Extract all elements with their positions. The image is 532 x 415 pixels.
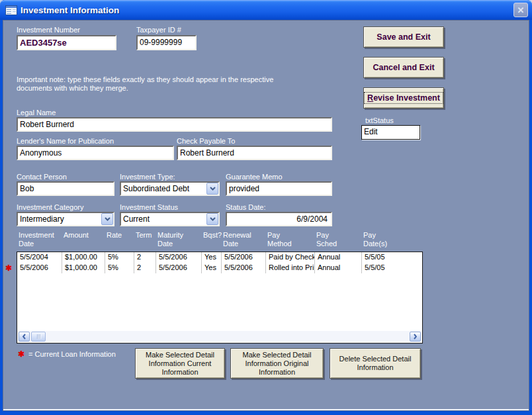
legend-asterisk-icon: ✱	[18, 349, 24, 359]
column-header: Term	[134, 231, 155, 240]
make-current-information-label: Make Selected Detail Information Current…	[136, 349, 224, 379]
legal-name-label: Legal Name	[17, 109, 56, 116]
cancel-and-exit-button[interactable]: Cancel and Exit	[363, 57, 444, 78]
delete-detail-information-button[interactable]: Delete Selected Detail Information	[330, 348, 421, 379]
investment-status-label: Investment Status	[120, 203, 178, 211]
column-header: Pay Date(s)	[361, 231, 421, 248]
scroll-left-button[interactable]	[19, 332, 30, 342]
revise-investment-button[interactable]: Revise Investment	[363, 87, 444, 109]
detail-table[interactable]: 5/5/2004$1,000.005%25/5/2006Yes5/5/2006P…	[17, 252, 423, 344]
table-row[interactable]: 5/5/2006$1,000.005%25/5/2006Yes5/5/2006R…	[17, 263, 422, 273]
table-cell: 5/5/05	[362, 263, 422, 273]
detail-table-horizontal-scrollbar[interactable]	[18, 331, 421, 342]
status-date-value: 6/9/2004	[227, 213, 331, 224]
check-payable-field[interactable]: Robert Burnerd	[177, 146, 332, 160]
investment-status-dropdown-button[interactable]	[206, 213, 218, 225]
chevron-left-icon	[22, 334, 26, 340]
make-original-information-label: Make Selected Detail Information Origina…	[231, 349, 323, 379]
legend: ✱ = Current Loan Information	[18, 349, 116, 359]
table-cell: Yes	[202, 252, 222, 263]
investment-category-dropdown-button[interactable]	[101, 213, 113, 225]
chevron-down-icon	[210, 217, 216, 221]
table-row[interactable]: 5/5/2004$1,000.005%25/5/2006Yes5/5/2006P…	[17, 252, 422, 263]
column-header: Renewal Date	[221, 231, 265, 248]
investment-category-combobox[interactable]: Intermediary	[17, 212, 114, 226]
table-cell: 5%	[105, 252, 134, 263]
table-cell: Yes	[202, 263, 222, 273]
table-cell: 5/5/2006	[156, 252, 202, 263]
investment-number-label: Investment Number	[17, 26, 80, 34]
table-cell: $1,000.00	[62, 252, 105, 263]
investment-status-value: Current	[121, 213, 206, 225]
column-header: Pay Method	[265, 231, 314, 248]
contact-person-value: Bob	[18, 183, 113, 193]
detail-table-header: Investment DateAmountRateTermMaturity Da…	[17, 231, 423, 251]
chevron-down-icon	[210, 187, 216, 191]
table-cell: Annual	[315, 252, 362, 263]
table-cell: 5%	[105, 263, 134, 273]
scroll-thumb[interactable]	[31, 332, 46, 342]
table-cell: Annual	[315, 263, 362, 273]
column-header: Bqst?	[201, 231, 221, 240]
table-cell: Rolled into Prin	[266, 263, 315, 273]
table-cell: 5/5/2006	[222, 263, 266, 273]
important-note-line1: Important note: type these fields exactl…	[17, 75, 273, 83]
table-cell: 5/5/2006	[17, 263, 62, 273]
thumb-grip	[37, 334, 38, 339]
investment-type-dropdown-button[interactable]	[206, 183, 218, 195]
legend-text: = Current Loan Information	[28, 350, 116, 358]
taxpayer-id-field[interactable]: 09-9999999	[136, 35, 197, 50]
contact-person-field[interactable]: Bob	[17, 181, 114, 196]
contact-person-label: Contact Person	[17, 173, 67, 181]
taxpayer-id-value: 09-9999999	[138, 36, 195, 47]
investment-type-value: Subordinated Debt	[121, 183, 206, 195]
txtstatus-field[interactable]: Edit	[361, 125, 420, 140]
investment-information-window: Investment Information ✕ Investment Numb…	[0, 0, 532, 415]
lender-name-label: Lender's Name for Publication	[17, 137, 114, 145]
form-icon	[5, 5, 17, 15]
check-payable-label: Check Payable To	[177, 137, 235, 145]
investment-number-field[interactable]: AED3457se	[17, 35, 116, 50]
table-cell: Paid by Check	[266, 252, 315, 263]
table-cell: 2	[134, 263, 156, 273]
column-header: Investment Date	[17, 231, 62, 248]
detail-table-rows: 5/5/2004$1,000.005%25/5/2006Yes5/5/2006P…	[17, 252, 422, 273]
legal-name-value: Robert Burnerd	[18, 118, 331, 129]
make-current-information-button[interactable]: Make Selected Detail Information Current…	[135, 348, 225, 379]
investment-type-combobox[interactable]: Subordinated Debt	[120, 181, 220, 196]
txtstatus-value: Edit	[364, 127, 378, 136]
scroll-right-button[interactable]	[410, 332, 421, 342]
thumb-grip	[40, 334, 40, 339]
chevron-down-icon	[105, 217, 111, 221]
save-and-exit-label: Save and Exit	[377, 32, 430, 42]
investment-category-value: Intermediary	[18, 213, 101, 225]
table-cell: 5/5/05	[362, 252, 422, 263]
table-cell: 5/5/2006	[156, 263, 202, 273]
investment-type-label: Investment Type:	[120, 173, 175, 181]
check-payable-value: Robert Burnerd	[178, 147, 331, 158]
guarantee-memo-label: Guarantee Memo	[226, 173, 283, 181]
table-cell: $1,000.00	[62, 263, 105, 273]
investment-status-combobox[interactable]: Current	[120, 212, 220, 226]
chevron-right-icon	[414, 334, 417, 340]
taxpayer-id-label: Taxpayer ID #	[136, 26, 181, 34]
window-title: Investment Information	[21, 5, 513, 15]
legal-name-field[interactable]: Robert Burnerd	[17, 117, 332, 132]
investment-category-label: Investment Category	[17, 203, 84, 211]
txtstatus-label: txtStatus	[365, 116, 394, 124]
revise-investment-label: Revise Investment	[365, 93, 443, 103]
guarantee-memo-value: provided	[227, 183, 331, 193]
delete-detail-information-label: Delete Selected Detail Information	[330, 353, 420, 374]
column-header: Rate	[105, 231, 134, 240]
save-and-exit-button[interactable]: Save and Exit	[363, 26, 444, 48]
table-cell: 2	[134, 252, 156, 263]
lender-name-field[interactable]: Anonymous	[17, 146, 174, 160]
cancel-and-exit-label: Cancel and Exit	[373, 63, 434, 72]
investment-number-value: AED3457se	[18, 36, 115, 48]
status-date-field[interactable]: 6/9/2004	[226, 212, 332, 226]
column-header: Amount	[62, 231, 105, 240]
guarantee-memo-field[interactable]: provided	[226, 181, 332, 196]
make-original-information-button[interactable]: Make Selected Detail Information Origina…	[230, 348, 324, 379]
close-button[interactable]: ✕	[513, 3, 528, 17]
important-note-line2: documents with which they merge.	[17, 84, 128, 92]
